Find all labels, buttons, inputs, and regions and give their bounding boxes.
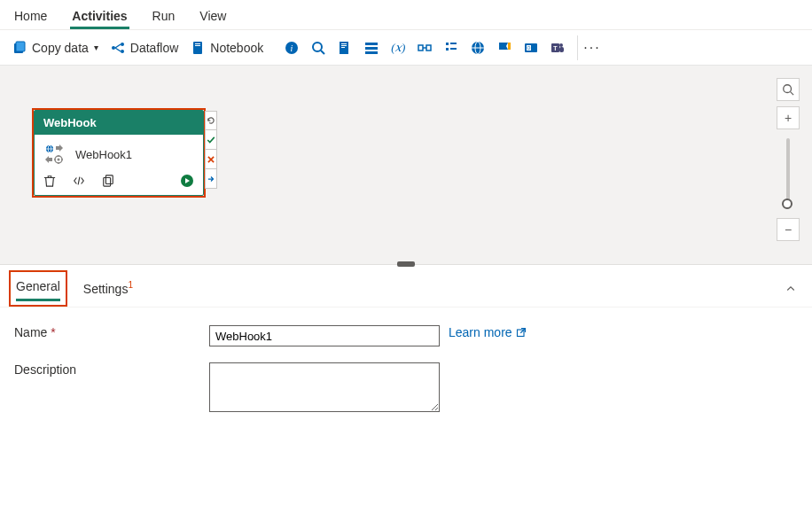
notebook-label: Notebook — [210, 41, 263, 55]
svg-rect-34 — [559, 47, 564, 52]
name-label: Name * — [14, 325, 209, 339]
chevron-down-icon: ▾ — [94, 43, 98, 52]
svg-point-33 — [559, 43, 563, 47]
svg-line-45 — [791, 92, 794, 96]
tab-settings[interactable]: Settings1 — [83, 276, 133, 301]
checklist-icon[interactable] — [444, 41, 458, 55]
svg-rect-16 — [365, 43, 378, 45]
svg-rect-15 — [341, 47, 345, 48]
zoom-slider[interactable] — [786, 138, 790, 209]
output-success-icon[interactable] — [205, 130, 217, 150]
canvas-search-button[interactable] — [777, 78, 800, 101]
svg-rect-18 — [365, 51, 378, 54]
properties-panel-tabs: General Settings1 — [0, 265, 812, 307]
search-icon[interactable] — [311, 41, 325, 55]
external-link-icon — [516, 327, 527, 338]
run-icon[interactable] — [180, 174, 194, 188]
svg-rect-22 — [450, 43, 457, 44]
webhook-icon — [43, 144, 66, 165]
svg-point-2 — [112, 46, 115, 50]
svg-point-40 — [58, 159, 60, 161]
teams-icon[interactable]: T — [550, 41, 565, 55]
svg-text:O: O — [527, 45, 531, 51]
node-output-handles — [205, 111, 217, 189]
svg-rect-42 — [105, 175, 113, 184]
tab-view[interactable]: View — [198, 5, 228, 29]
web-icon[interactable] — [471, 41, 485, 55]
svg-rect-1 — [16, 42, 25, 51]
script-icon[interactable] — [338, 41, 352, 55]
svg-text:i: i — [291, 43, 293, 53]
svg-point-44 — [784, 85, 792, 93]
svg-rect-19 — [418, 45, 423, 51]
svg-rect-20 — [426, 45, 431, 51]
svg-rect-17 — [365, 47, 378, 50]
zoom-thumb[interactable] — [782, 199, 792, 209]
toolbar: Copy data ▾ Dataflow Notebook i (𝑥) O — [0, 30, 812, 66]
copy-icon[interactable] — [102, 175, 114, 187]
svg-line-11 — [321, 51, 324, 54]
node-name-label: WebHook1 — [75, 148, 132, 161]
webhook-node[interactable]: WebHook WebHook1 — [34, 110, 204, 196]
tab-home[interactable]: Home — [12, 5, 49, 29]
copy-data-button[interactable]: Copy data ▾ — [12, 41, 98, 55]
delete-icon[interactable] — [43, 175, 56, 187]
output-retry-icon[interactable] — [205, 111, 217, 130]
list-icon[interactable] — [364, 41, 379, 55]
copy-data-label: Copy data — [32, 41, 89, 55]
dataflow-icon — [111, 41, 125, 55]
name-input[interactable] — [209, 325, 440, 346]
required-asterisk: * — [51, 325, 55, 339]
svg-rect-13 — [341, 43, 347, 44]
tab-settings-label: Settings — [83, 281, 129, 295]
info-icon[interactable]: i — [285, 41, 299, 55]
highlighted-tab-wrapper: General — [9, 270, 67, 307]
variable-icon[interactable]: (𝑥) — [391, 41, 405, 55]
output-skip-icon[interactable] — [205, 169, 217, 189]
code-icon[interactable] — [72, 175, 86, 187]
node-body: WebHook1 — [35, 135, 203, 170]
svg-rect-24 — [450, 48, 457, 50]
zoom-in-button[interactable]: + — [777, 106, 800, 129]
svg-rect-6 — [195, 43, 200, 44]
general-form: Name * Learn more Description — [0, 307, 812, 446]
output-fail-icon[interactable] — [205, 150, 217, 169]
tab-run[interactable]: Run — [151, 5, 177, 29]
canvas-zoom-controls: + − — [777, 78, 800, 241]
notebook-button[interactable]: Notebook — [191, 41, 263, 55]
name-label-text: Name — [14, 325, 47, 339]
dataflow-button[interactable]: Dataflow — [111, 41, 178, 55]
lookup-icon[interactable] — [418, 41, 432, 55]
svg-rect-28 — [508, 43, 511, 50]
notebook-icon — [191, 41, 205, 55]
tab-general[interactable]: General — [16, 276, 60, 301]
svg-rect-7 — [195, 45, 200, 46]
pipeline-canvas[interactable]: WebHook WebHook1 — [0, 66, 812, 265]
svg-rect-14 — [341, 45, 347, 46]
svg-text:T: T — [554, 45, 558, 51]
svg-point-10 — [313, 43, 322, 51]
copy-data-icon — [12, 41, 27, 55]
more-button[interactable]: ··· — [577, 35, 605, 60]
node-footer — [35, 170, 203, 195]
learn-more-link[interactable]: Learn more — [449, 325, 527, 339]
flag-icon[interactable] — [497, 41, 511, 55]
zoom-out-button[interactable]: − — [777, 218, 800, 241]
collapse-panel-button[interactable] — [778, 280, 803, 298]
description-input[interactable] — [209, 362, 440, 412]
highlighted-node-wrapper: WebHook WebHook1 — [32, 108, 206, 198]
settings-badge: 1 — [128, 280, 133, 290]
svg-rect-23 — [446, 48, 449, 51]
svg-point-3 — [121, 43, 124, 46]
learn-more-label: Learn more — [449, 325, 512, 339]
svg-rect-21 — [446, 43, 449, 45]
top-tabs: Home Activities Run View — [0, 0, 812, 30]
outlook-icon[interactable]: O — [524, 41, 538, 55]
tab-activities[interactable]: Activities — [70, 5, 129, 29]
dataflow-label: Dataflow — [130, 41, 178, 55]
description-label: Description — [14, 362, 209, 377]
svg-point-4 — [121, 50, 124, 53]
svg-rect-41 — [104, 178, 111, 187]
node-header: WebHook — [35, 111, 203, 135]
